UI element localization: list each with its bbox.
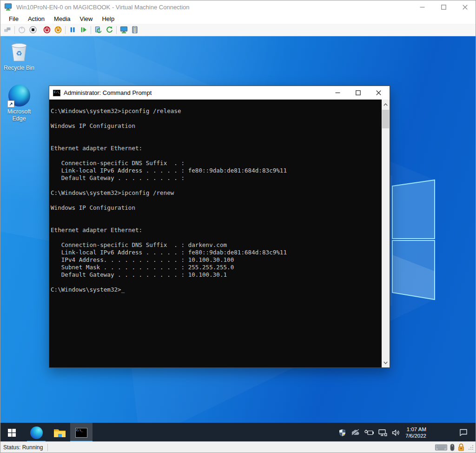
vm-menubar: File Action Media View Help (0, 13, 476, 24)
file-explorer-icon (53, 427, 66, 438)
vm-titlebar[interactable]: Win10ProN-EN-0 on MAGICBOOK - Virtual Ma… (0, 0, 476, 13)
menu-media[interactable]: Media (49, 14, 75, 23)
keyboard-capture-icon[interactable] (435, 444, 447, 451)
menu-action[interactable]: Action (23, 14, 49, 23)
system-tray: ! (336, 423, 476, 442)
resize-grip[interactable] (468, 444, 474, 450)
command-prompt-icon: C:\_ (75, 428, 87, 438)
menu-help[interactable]: Help (97, 14, 119, 23)
revert-icon[interactable] (104, 25, 115, 35)
cmd-body[interactable]: C:\Windows\system32>ipconfig /release Wi… (49, 100, 390, 367)
windows-start-icon (8, 429, 16, 437)
clock-time: 1:07 AM (405, 426, 426, 433)
taskbar-file-explorer-button[interactable] (49, 423, 70, 442)
cmd-maximize-button[interactable] (348, 86, 368, 100)
settings-icon[interactable] (129, 25, 140, 35)
action-center-icon[interactable] (457, 423, 470, 442)
vm-desktop[interactable]: ♻ Recycle Bin Microsoft Edge C:\_ Admini… (0, 36, 476, 442)
start-button[interactable] (0, 423, 23, 442)
taskbar-edge-button[interactable] (26, 423, 46, 442)
vm-toolbar (0, 24, 476, 36)
scrollbar-thumb[interactable] (382, 110, 389, 128)
volume-icon[interactable] (390, 423, 403, 442)
vm-statusbar: Status: Running (0, 441, 476, 453)
pause-vm-icon[interactable] (67, 25, 78, 35)
desktop-icon-label: Recycle Bin (4, 65, 34, 72)
security-shield-icon[interactable]: ! (336, 423, 349, 442)
mouse-capture-icon[interactable] (450, 444, 455, 451)
vm-connection-icon (4, 3, 13, 11)
resume-vm-icon[interactable] (78, 25, 89, 35)
cmd-scrollbar[interactable] (382, 100, 390, 367)
start-vm-power-icon[interactable] (16, 25, 27, 35)
save-vm-icon[interactable] (53, 25, 64, 35)
turn-off-vm-icon[interactable] (27, 25, 39, 35)
command-prompt-window[interactable]: C:\_ Administrator: Command Prompt C:\Wi… (49, 86, 390, 368)
desktop-icon-microsoft-edge[interactable]: Microsoft Edge (3, 85, 35, 122)
clock-date: 7/6/2022 (405, 433, 426, 439)
cmd-app-icon: C:\_ (53, 90, 60, 96)
vm-window-title: Win10ProN-EN-0 on MAGICBOOK - Virtual Ma… (16, 4, 190, 11)
vm-minimize-button[interactable] (411, 0, 433, 13)
power-plug-icon[interactable] (362, 423, 376, 442)
desktop-icon-recycle-bin[interactable]: ♻ Recycle Bin (3, 40, 35, 72)
ctrl-alt-del-icon[interactable] (2, 25, 13, 35)
lock-icon[interactable] (457, 443, 465, 451)
vm-close-button[interactable] (454, 0, 476, 13)
scrollbar-up-icon[interactable] (382, 100, 390, 108)
shut-down-vm-icon[interactable] (41, 25, 53, 35)
checkpoint-icon[interactable] (93, 25, 104, 35)
edge-icon (8, 85, 30, 107)
edge-icon (30, 426, 43, 439)
taskbar-command-prompt-button[interactable]: C:\_ (70, 423, 93, 442)
vm-maximize-button[interactable] (433, 0, 454, 13)
vm-status-text: Status: Running (0, 444, 47, 451)
taskbar-clock[interactable]: 1:07 AM 7/6/2022 (403, 426, 430, 439)
menu-file[interactable]: File (4, 14, 23, 23)
desktop-icon-label: Microsoft Edge (3, 108, 35, 122)
vm-connection-window: Win10ProN-EN-0 on MAGICBOOK - Virtual Ma… (0, 0, 476, 453)
network-wired-icon[interactable] (376, 423, 390, 442)
cmd-window-title: Administrator: Command Prompt (64, 89, 152, 96)
svg-text:♻: ♻ (16, 49, 22, 57)
cmd-titlebar[interactable]: C:\_ Administrator: Command Prompt (49, 86, 390, 100)
cmd-close-button[interactable] (368, 86, 389, 100)
enhanced-session-icon[interactable] (118, 25, 129, 35)
statusbar-divider (47, 444, 48, 451)
taskbar: C:\_ ! (0, 423, 476, 442)
menu-view[interactable]: View (75, 14, 98, 23)
terminal-output[interactable]: C:\Windows\system32>ipconfig /release Wi… (49, 100, 382, 367)
recycle-bin-icon: ♻ (8, 40, 30, 63)
onedrive-offline-icon[interactable] (349, 423, 362, 442)
shortcut-arrow-icon (7, 100, 14, 107)
cmd-minimize-button[interactable] (327, 86, 348, 100)
scrollbar-down-icon[interactable] (382, 359, 390, 366)
